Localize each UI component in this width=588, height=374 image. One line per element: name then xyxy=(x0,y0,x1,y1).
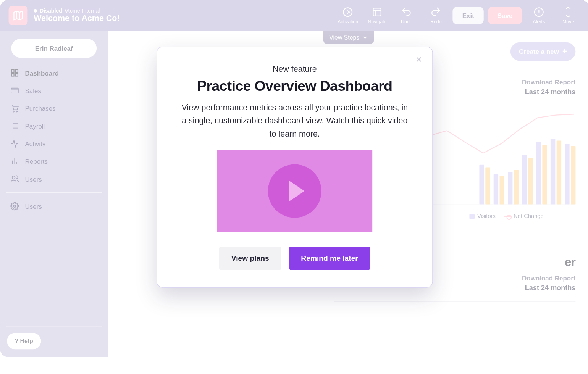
modal-body: View performance metrics across all your… xyxy=(179,102,411,141)
remind-later-button[interactable]: Remind me later xyxy=(289,247,370,270)
play-icon xyxy=(289,181,305,202)
app-frame: Disabled /Acme-Internal Welcome to Acme … xyxy=(0,0,588,357)
close-icon xyxy=(415,56,423,63)
play-button[interactable] xyxy=(268,164,321,218)
modal-close-button[interactable] xyxy=(415,56,423,66)
modal-title: Practice Overview Dashboard xyxy=(175,78,414,95)
feature-modal: New feature Practice Overview Dashboard … xyxy=(157,47,433,288)
view-plans-button[interactable]: View plans xyxy=(219,247,281,270)
modal-eyebrow: New feature xyxy=(175,64,414,74)
modal-backdrop: New feature Practice Overview Dashboard … xyxy=(0,0,588,357)
video-thumbnail[interactable] xyxy=(217,150,372,232)
